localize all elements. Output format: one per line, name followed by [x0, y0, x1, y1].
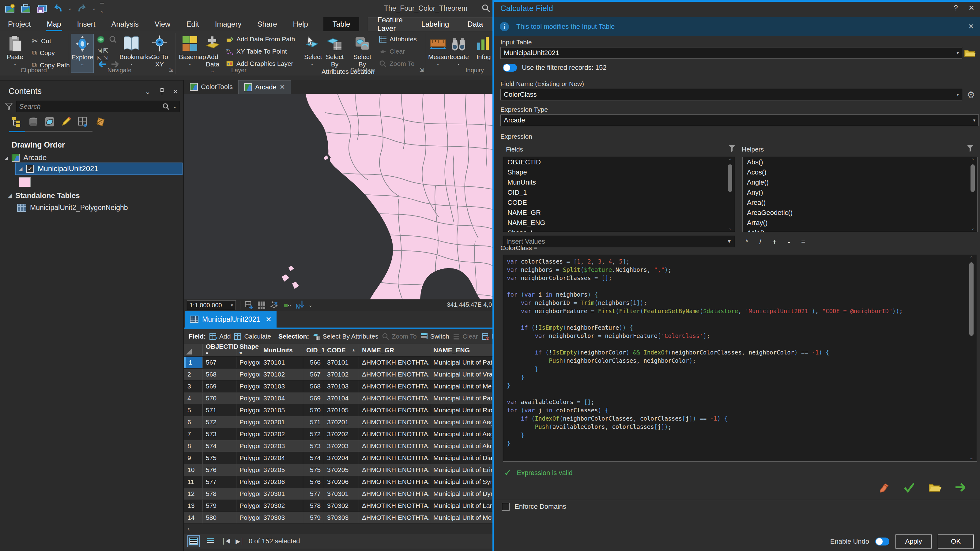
add-data-from-path-button[interactable]: Add Data From Path [226, 35, 295, 43]
table-row[interactable]: 9575Polygon370204574370204ΔΗΜΟΤΙΚΗ ΕΝΟΤΗ… [185, 452, 492, 464]
helper-item[interactable]: Asin() [743, 228, 977, 232]
new-project-icon[interactable] [4, 2, 16, 14]
field-item[interactable]: MunUnits [503, 177, 735, 187]
scroll-down-icon[interactable]: ⌄ [970, 455, 973, 460]
field-item[interactable]: OID_1 [503, 187, 735, 197]
export-expression-icon[interactable] [878, 481, 890, 494]
ribbon-tab-data[interactable]: Data [458, 17, 492, 31]
scroll-up-icon[interactable]: ⌃ [970, 256, 973, 260]
cut-button[interactable]: ✂Cut [32, 37, 51, 45]
row-number[interactable]: 6 [185, 416, 203, 428]
enable-undo-toggle[interactable] [875, 538, 889, 546]
operator-button[interactable]: * [745, 238, 748, 246]
select-by-attributes-button[interactable]: Select By Attributes [313, 333, 378, 340]
row-number[interactable]: 1 [185, 357, 203, 368]
expression-code-editor[interactable]: var colorClasses = [1, 2, 3, 4, 5];var n… [503, 255, 977, 462]
redo-dropdown-icon[interactable]: ⌄ [92, 5, 96, 11]
map-tab-arcade[interactable]: Arcade✕ [238, 80, 291, 94]
scrollbar-thumb[interactable] [970, 164, 975, 192]
customize-toolbar-icon[interactable]: ▔⌄ [100, 3, 103, 14]
fields-listbox[interactable]: ⌃⌄ OBJECTIDShapeMunUnitsOID_1CODENAME_GR… [503, 157, 735, 232]
form-view-icon[interactable] [205, 535, 217, 547]
switch-selection-button[interactable]: Switch [420, 333, 449, 340]
attributes-button[interactable]: Attributes [379, 35, 417, 43]
verify-expression-icon[interactable] [904, 482, 915, 492]
row-number[interactable]: 9 [185, 452, 203, 464]
table-row[interactable]: 1567Polygon370101566370101ΔΗΜΟΤΙΚΗ ΕΝΟΤΗ… [185, 357, 492, 368]
column-header-shape[interactable]: Shape * [236, 344, 260, 356]
row-number[interactable]: 11 [185, 476, 203, 487]
table-row[interactable]: 12578Polygon370301577370301ΔΗΜΟΤΙΚΗ ΕΝΟΤ… [185, 488, 492, 500]
zoom-to-button[interactable]: Zoom To [382, 333, 417, 340]
layer-snap-icon[interactable] [283, 301, 291, 309]
layer-symbol-swatch[interactable] [19, 177, 30, 187]
tree-item-standalone-table[interactable]: MunicipalUnit2_PolygonNeighb [17, 203, 128, 212]
ribbon-tab-help[interactable]: Help [285, 17, 316, 31]
add-field-button[interactable]: Add [210, 333, 231, 340]
undo-dropdown-icon[interactable]: ⌄ [68, 5, 72, 11]
full-extent-icon[interactable] [97, 35, 117, 44]
panel-menu-icon[interactable]: ⌄ [145, 88, 150, 96]
collapse-icon[interactable]: ◢ [19, 166, 22, 172]
field-item[interactable]: Shape [503, 167, 735, 177]
field-item[interactable]: CODE [503, 197, 735, 208]
field-name-select[interactable]: ColorClass▾ [500, 89, 962, 100]
import-expression-icon[interactable] [929, 482, 942, 492]
operator-button[interactable]: - [788, 238, 790, 246]
redo-icon[interactable] [76, 2, 88, 14]
tree-item-standalone-tables[interactable]: ◢ Standalone Tables [8, 191, 80, 200]
field-item[interactable]: NAME_ENG [503, 218, 735, 228]
map-tab-colortools[interactable]: ColorTools [185, 80, 238, 94]
pin-icon[interactable] [159, 88, 165, 96]
column-header-code[interactable]: CODE▲ [324, 344, 359, 356]
list-by-editing-icon[interactable] [60, 117, 71, 127]
ribbon-tab-labeling[interactable]: Labeling [412, 17, 458, 31]
ribbon-tab-project[interactable]: Project [0, 17, 39, 31]
scroll-up-icon[interactable]: ⌃ [728, 158, 732, 162]
helper-item[interactable]: Array() [743, 218, 977, 228]
fields-filter-icon[interactable] [728, 144, 736, 152]
calculate-field-button[interactable]: Calculate [234, 333, 271, 340]
column-header-mununits[interactable]: MunUnits [260, 344, 303, 356]
go-to-xy-button[interactable]: Go To XY [149, 34, 170, 68]
row-number[interactable]: 2 [185, 368, 203, 380]
xy-table-to-point-button[interactable]: XY XY Table To Point [226, 48, 287, 55]
select-all-corner[interactable] [185, 344, 203, 356]
row-number[interactable]: 8 [185, 440, 203, 452]
add-graphics-layer-button[interactable]: Add Graphics Layer [226, 60, 293, 67]
operator-button[interactable]: = [801, 238, 805, 246]
table-row[interactable]: 14580Polygon370303579370303ΔΗΜΟΤΙΚΗ ΕΝΟΤ… [185, 512, 492, 524]
tree-item-map[interactable]: ◢ Arcade [4, 153, 46, 162]
list-by-drawing-order-icon[interactable] [11, 117, 22, 127]
scroll-up-icon[interactable]: ⌃ [971, 158, 975, 162]
tab-table[interactable]: Table [323, 17, 359, 31]
enforce-domains-checkbox[interactable] [502, 503, 510, 511]
search-options-icon[interactable]: ⌄ [173, 104, 177, 109]
expression-type-select[interactable]: Arcade▾ [500, 114, 979, 126]
open-project-icon[interactable] [20, 2, 32, 14]
scroll-down-icon[interactable]: ⌄ [971, 225, 975, 230]
navigate-launcher-icon[interactable]: ⇲ [169, 67, 173, 73]
clear-selection-button[interactable]: Clear [379, 48, 405, 55]
field-item[interactable]: NAME_GR [503, 208, 735, 218]
apply-button[interactable]: Apply [896, 535, 932, 549]
layer-visibility-checkbox[interactable]: ✓ [26, 165, 34, 173]
field-item[interactable]: OBJECTID [503, 157, 735, 167]
ribbon-tab-analysis[interactable]: Analysis [103, 17, 146, 31]
table-row[interactable]: 4570Polygon370104569370104ΔΗΜΟΤΙΚΗ ΕΝΟΤΗ… [185, 392, 492, 404]
status-options-icon[interactable]: ⌄ [309, 302, 312, 308]
operator-button[interactable]: / [759, 238, 761, 246]
table-view-icon[interactable] [188, 535, 200, 547]
helper-item[interactable]: Any() [743, 187, 977, 197]
explore-button[interactable]: Explore ⌄ [71, 34, 94, 73]
column-header-oid1[interactable]: OID_1 [303, 344, 324, 356]
ribbon-tab-edit[interactable]: Edit [178, 17, 207, 31]
helper-item[interactable]: Abs() [743, 157, 977, 167]
ribbon-tab-share[interactable]: Share [249, 17, 285, 31]
column-header-objectid[interactable]: OBJECTID * [203, 344, 236, 356]
table-tab[interactable]: MunicipalUnit2021 ✕ [185, 311, 277, 327]
list-by-snapping-icon[interactable] [77, 117, 88, 127]
grid-icon[interactable] [258, 301, 266, 309]
add-to-table-icon[interactable] [245, 301, 253, 310]
undo-icon[interactable] [52, 2, 64, 14]
